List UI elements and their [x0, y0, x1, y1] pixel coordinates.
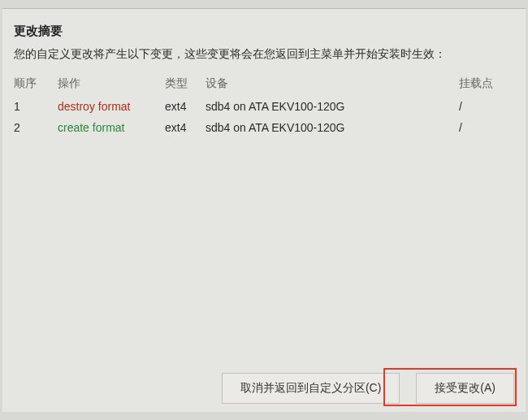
- dialog-footer: 取消并返回到自定义分区(C) 接受更改(A): [14, 373, 514, 404]
- dialog-title: 更改摘要: [2, 9, 526, 47]
- cell-seq: 2: [14, 121, 58, 134]
- cell-seq: 1: [14, 100, 58, 113]
- cell-device: sdb4 on ATA EKV100-120G: [206, 121, 459, 134]
- cell-mount: /: [459, 100, 514, 113]
- cell-mount: /: [459, 121, 514, 134]
- col-header-mount: 挂载点: [459, 76, 514, 91]
- table-row: 1 destroy format ext4 sdb4 on ATA EKV100…: [2, 96, 526, 117]
- col-header-seq: 顺序: [14, 76, 58, 91]
- cell-op-create: create format: [58, 121, 165, 134]
- accept-button[interactable]: 接受更改(A): [416, 373, 514, 404]
- cell-device: sdb4 on ATA EKV100-120G: [206, 100, 459, 113]
- cancel-button[interactable]: 取消并返回到自定义分区(C): [222, 373, 400, 404]
- cell-op-destroy: destroy format: [58, 100, 165, 113]
- table-row: 2 create format ext4 sdb4 on ATA EKV100-…: [2, 117, 526, 138]
- col-header-op: 操作: [58, 76, 165, 91]
- dialog-description: 您的自定义更改将产生以下变更，这些变更将会在您返回到主菜单并开始安装时生效：: [2, 47, 526, 73]
- col-header-device: 设备: [206, 76, 459, 91]
- col-header-type: 类型: [165, 76, 206, 91]
- cell-type: ext4: [165, 121, 206, 134]
- table-header: 顺序 操作 类型 设备 挂载点: [2, 73, 526, 96]
- summary-dialog: 更改摘要 您的自定义更改将产生以下变更，这些变更将会在您返回到主菜单并开始安装时…: [2, 8, 526, 412]
- cell-type: ext4: [165, 100, 206, 113]
- changes-table: 顺序 操作 类型 设备 挂载点 1 destroy format ext4 sd…: [2, 73, 526, 138]
